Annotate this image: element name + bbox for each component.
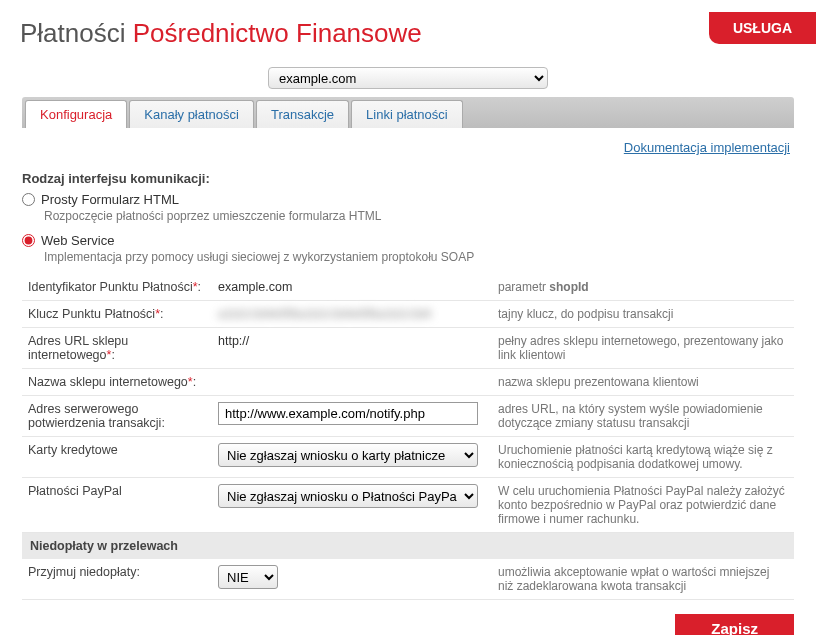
radio-html-form[interactable] (22, 193, 35, 206)
radio-html-form-label[interactable]: Prosty Formularz HTML (41, 192, 179, 207)
notify-label: Adres serwerowego potwierdzenia transakc… (22, 396, 212, 437)
underpay-header: Niedopłaty w przelewach (22, 533, 794, 560)
row-shopid: Identyfikator Punktu Płatności*: example… (22, 274, 794, 301)
tabs-bar: Konfiguracja Kanały płatności Transakcje… (22, 97, 794, 128)
paypal-hint: W celu uruchomienia Płatności PayPal nal… (492, 478, 794, 533)
notify-hint: adres URL, na który system wyśle powiado… (492, 396, 794, 437)
row-key: Klucz Punktu Płatności*: a1b2c3d4e5f6a1b… (22, 301, 794, 328)
underpay-label: Przyjmuj niedopłaty: (22, 559, 212, 600)
tab-kanaly-platnosci[interactable]: Kanały płatności (129, 100, 254, 128)
service-tag: USŁUGA (709, 12, 816, 44)
tab-konfiguracja[interactable]: Konfiguracja (25, 100, 127, 128)
shopid-label: Identyfikator Punktu Płatności (28, 280, 193, 294)
radio-web-service-desc: Implementacja przy pomocy usługi sieciow… (44, 250, 794, 264)
tab-transakcje[interactable]: Transakcje (256, 100, 349, 128)
underpay-hint: umożliwia akceptowanie wpłat o wartości … (492, 559, 794, 600)
title-sub: Pośrednictwo Finansowe (133, 18, 422, 48)
notify-input[interactable] (218, 402, 478, 425)
doc-link[interactable]: Dokumentacja implementacji (624, 140, 790, 155)
row-cards: Karty kredytowe Nie zgłaszaj wniosku o k… (22, 437, 794, 478)
radio-html-form-desc: Rozpoczęcie płatności poprzez umieszczen… (44, 209, 794, 223)
cards-label: Karty kredytowe (22, 437, 212, 478)
paypal-label: Płatności PayPal (22, 478, 212, 533)
row-url: Adres URL sklepu internetowego*: http://… (22, 328, 794, 369)
row-name: Nazwa sklepu internetowego*: nazwa sklep… (22, 369, 794, 396)
name-hint: nazwa sklepu prezentowana klientowi (492, 369, 794, 396)
name-label: Nazwa sklepu internetowego (28, 375, 188, 389)
config-table: Identyfikator Punktu Płatności*: example… (22, 274, 794, 600)
row-notify: Adres serwerowego potwierdzenia transakc… (22, 396, 794, 437)
url-hint: pełny adres sklepu internetowego, prezen… (492, 328, 794, 369)
save-button[interactable]: Zapisz (675, 614, 794, 635)
paypal-select[interactable]: Nie zgłaszaj wniosku o Płatności PayPal (218, 484, 478, 508)
shopid-value: example.com (218, 280, 292, 294)
radio-web-service-label[interactable]: Web Service (41, 233, 114, 248)
page-title: Płatności Pośrednictwo Finansowe (20, 18, 796, 49)
key-label: Klucz Punktu Płatności (28, 307, 155, 321)
shop-select[interactable]: example.com (268, 67, 548, 89)
cards-select[interactable]: Nie zgłaszaj wniosku o karty płatnicze (218, 443, 478, 467)
interface-label: Rodzaj interfejsu komunikacji: (22, 171, 794, 186)
cards-hint: Uruchomienie płatności kartą kredytową w… (492, 437, 794, 478)
underpay-header-label: Niedopłaty w przelewach (22, 533, 794, 560)
tab-linki-platnosci[interactable]: Linki płatności (351, 100, 463, 128)
title-main: Płatności (20, 18, 126, 48)
underpay-select[interactable]: NIE (218, 565, 278, 589)
key-value: a1b2c3d4e5f6a1b2c3d4e5f6a1b2c3d4 (218, 307, 431, 321)
row-paypal: Płatności PayPal Nie zgłaszaj wniosku o … (22, 478, 794, 533)
url-value: http:// (218, 334, 249, 348)
radio-web-service[interactable] (22, 234, 35, 247)
row-underpay: Przyjmuj niedopłaty: NIE umożliwia akcep… (22, 559, 794, 600)
key-hint: tajny klucz, do podpisu transakcji (492, 301, 794, 328)
